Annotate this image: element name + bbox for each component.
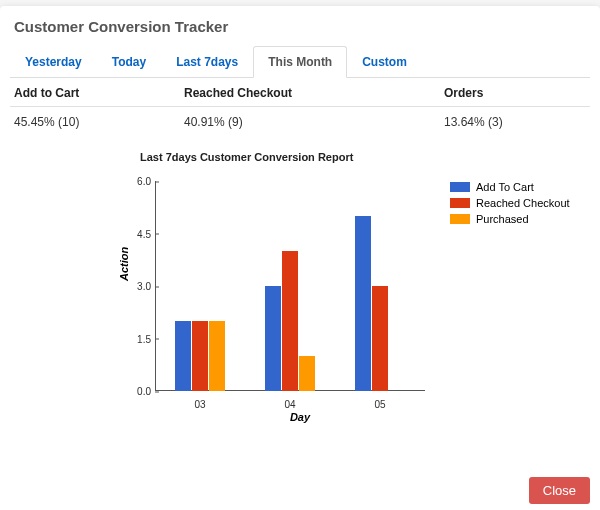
bar: [175, 321, 191, 391]
tab-custom[interactable]: Custom: [347, 46, 422, 78]
val-orders: 13.64% (3): [444, 115, 586, 129]
x-tick: 04: [284, 391, 295, 410]
x-tick: 03: [194, 391, 205, 410]
tracker-panel: Customer Conversion Tracker YesterdayTod…: [0, 6, 600, 510]
chart-legend: Add To CartReached CheckoutPurchased: [450, 179, 570, 227]
col-reached-checkout: Reached Checkout: [184, 86, 444, 100]
y-tick: 1.5: [137, 333, 155, 344]
tab-today[interactable]: Today: [97, 46, 161, 78]
y-tick: 0.0: [137, 386, 155, 397]
legend-swatch: [450, 182, 470, 192]
legend-swatch: [450, 198, 470, 208]
metrics-header-row: Add to Cart Reached Checkout Orders: [10, 78, 590, 107]
legend-label: Add To Cart: [476, 181, 534, 193]
legend-item: Purchased: [450, 211, 570, 227]
conversion-chart: Last 7days Customer Conversion Report Ac…: [30, 151, 570, 451]
y-axis-label: Action: [118, 247, 130, 281]
col-orders: Orders: [444, 86, 586, 100]
plot-area: 0.01.53.04.56.0030405: [155, 181, 425, 391]
x-axis-label: Day: [30, 411, 570, 423]
x-tick: 05: [374, 391, 385, 410]
col-add-to-cart: Add to Cart: [14, 86, 184, 100]
bar: [355, 216, 371, 391]
bar: [372, 286, 388, 391]
close-button[interactable]: Close: [529, 477, 590, 504]
legend-label: Reached Checkout: [476, 197, 570, 209]
val-add-to-cart: 45.45% (10): [14, 115, 184, 129]
tab-this-month[interactable]: This Month: [253, 46, 347, 78]
page-title: Customer Conversion Tracker: [10, 14, 590, 45]
legend-swatch: [450, 214, 470, 224]
metrics-value-row: 45.45% (10) 40.91% (9) 13.64% (3): [10, 107, 590, 145]
tab-last-7days[interactable]: Last 7days: [161, 46, 253, 78]
tab-bar: YesterdayTodayLast 7daysThis MonthCustom: [10, 45, 590, 78]
y-tick: 6.0: [137, 176, 155, 187]
bar: [299, 356, 315, 391]
legend-item: Reached Checkout: [450, 195, 570, 211]
legend-label: Purchased: [476, 213, 529, 225]
tab-yesterday[interactable]: Yesterday: [10, 46, 97, 78]
val-reached-checkout: 40.91% (9): [184, 115, 444, 129]
bar: [209, 321, 225, 391]
bar: [282, 251, 298, 391]
chart-title: Last 7days Customer Conversion Report: [140, 151, 353, 163]
footer: Close: [529, 477, 590, 504]
bar: [265, 286, 281, 391]
y-tick: 4.5: [137, 228, 155, 239]
y-tick: 3.0: [137, 281, 155, 292]
legend-item: Add To Cart: [450, 179, 570, 195]
bar: [192, 321, 208, 391]
